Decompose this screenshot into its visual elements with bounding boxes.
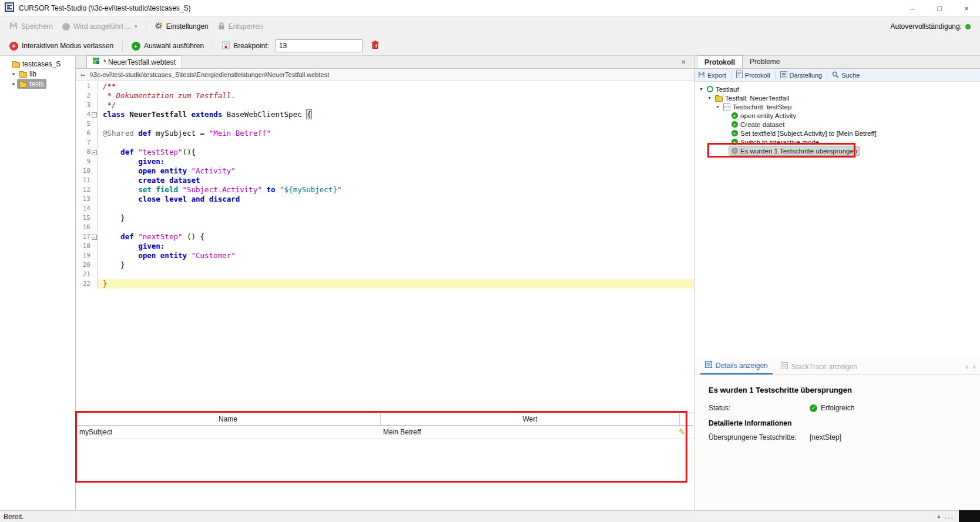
code-line[interactable]: 10 open entity "Activity" [76, 166, 694, 176]
tree-item-label: tests [29, 80, 44, 88]
edit-pencil-icon[interactable]: ✎ [679, 427, 686, 437]
settings-button[interactable]: Einstellungen [151, 20, 212, 34]
fold-gutter [90, 82, 98, 91]
code-text: def "testStep"(){ [98, 148, 694, 157]
code-editor[interactable]: 1/**2 * Dokumentation zum Testfall.3 */4… [76, 81, 694, 413]
column-header-wert[interactable]: Wert [381, 413, 680, 425]
protocol-tree-item[interactable]: ▸Create dataset [694, 120, 980, 129]
variables-table-header: Name Wert [76, 413, 694, 426]
code-text: set field "Subject.Activity" to "${mySub… [98, 185, 694, 195]
protocol-tree-item[interactable]: ▾Testlauf [694, 85, 980, 93]
protocol-tree-item[interactable]: ▸Switch to interactive mode [694, 138, 980, 146]
fold-collapse-icon[interactable]: − [92, 150, 97, 155]
tab-protokoll[interactable]: Protokoll [697, 55, 743, 68]
code-line[interactable]: 1/** [76, 82, 694, 91]
leave-interactive-mode-button[interactable]: × Interaktiven Modus verlassen [6, 40, 117, 52]
code-line[interactable]: 6@Shared def mySubject = "Mein Betreff" [76, 129, 694, 138]
code-line[interactable]: 7 [76, 138, 694, 148]
search-button[interactable]: Suche [832, 71, 860, 79]
code-text: close level and discard [98, 195, 694, 204]
tree-expander-icon[interactable]: ▸ [11, 81, 17, 86]
code-line[interactable]: 14 [76, 204, 694, 213]
details-tab-bar: Details anzeigen StackTrace anzeigen ‹ › [694, 359, 980, 375]
chevron-down-icon[interactable]: ▾ [135, 24, 137, 29]
close-icon[interactable]: × [953, 0, 980, 16]
code-line[interactable]: 8− def "testStep"(){ [76, 148, 694, 157]
tree-expander-icon[interactable]: ▾ [706, 95, 713, 101]
minimize-icon[interactable]: – [899, 0, 926, 16]
maximize-icon[interactable]: □ [926, 0, 953, 16]
code-line[interactable]: 12 set field "Subject.Activity" to "${my… [76, 185, 694, 195]
fold-gutter [90, 119, 98, 129]
running-status-button[interactable]: Wird ausgeführt ... ▾ [59, 21, 141, 32]
fold-gutter [90, 213, 98, 223]
table-row[interactable]: mySubject Mein Betreff ✎ [76, 426, 694, 439]
code-line[interactable]: 5 [76, 119, 694, 129]
code-line[interactable]: 3 */ [76, 101, 694, 110]
code-line[interactable]: 16 [76, 223, 694, 232]
run-selection-button[interactable]: ▸ Auswahl ausführen [128, 40, 207, 52]
code-text: } [98, 279, 694, 289]
file-tree-item[interactable]: testcases_S [0, 59, 75, 69]
fold-gutter [90, 166, 98, 176]
fold-gutter [90, 157, 98, 166]
tree-expander-icon[interactable]: ▸ [11, 71, 17, 76]
tab-probleme[interactable]: Probleme [743, 55, 787, 68]
overflow-dots[interactable]: ... [945, 512, 954, 520]
file-tree-item[interactable]: ▸tests [0, 79, 75, 89]
tree-item-label: Create dataset [740, 121, 784, 128]
code-line[interactable]: 22} [76, 279, 694, 289]
protocol-view-button[interactable]: Protokoll [736, 71, 770, 79]
prev-chevron-icon[interactable]: ‹ [965, 362, 968, 371]
protocol-tree-item[interactable]: ▾Testfall: NeuerTestfall [694, 93, 980, 102]
fold-gutter [90, 223, 98, 232]
code-line[interactable]: 9 given: [76, 157, 694, 166]
code-line[interactable]: 17− def "nextStep" () { [76, 232, 694, 242]
code-line[interactable]: 13 close level and discard [76, 195, 694, 204]
protocol-tree-item[interactable]: ▾</>Testschritt: testStep [694, 102, 980, 111]
autocomplete-on-icon [965, 24, 971, 29]
tree-expander-icon[interactable]: ▾ [698, 86, 704, 92]
code-text: given: [98, 157, 694, 166]
delete-breakpoint-button[interactable] [365, 39, 382, 53]
tree-expander-icon[interactable]: ▾ [714, 104, 721, 109]
unlock-button[interactable]: Entsperren [214, 20, 267, 34]
fold-gutter [90, 270, 98, 279]
link-with-editor-icon [79, 71, 86, 79]
gear-icon [155, 22, 163, 32]
line-number: 4 [76, 110, 90, 119]
play-icon: ▸ [731, 139, 738, 145]
code-text: } [98, 213, 694, 223]
next-chevron-icon[interactable]: › [973, 362, 975, 371]
breakpoint-input[interactable] [276, 39, 363, 52]
folder-icon [19, 72, 27, 78]
fold-gutter [90, 204, 98, 213]
tab-stacktrace-anzeigen[interactable]: StackTrace anzeigen [776, 362, 862, 374]
protocol-tree-item[interactable]: ▸Set textfield [Subject.Activity] to [Me… [694, 129, 980, 138]
column-header-name[interactable]: Name [76, 413, 381, 425]
search-icon [832, 71, 839, 79]
file-path-bar: \\3c-evi\test-studio\testcases_S\tests\E… [76, 69, 694, 81]
breakpoint-label: Breakpoint: [233, 42, 269, 50]
protocol-tree-item[interactable]: iEs wurden 1 Testschritte übersprungen [694, 146, 980, 155]
code-line[interactable]: 11 create dataset [76, 176, 694, 185]
code-line[interactable]: 18 given: [76, 242, 694, 251]
editor-tab[interactable]: * NeuerTestfall.webtest [86, 55, 182, 68]
code-line[interactable]: 4−class NeuerTestfall extends BaseWebCli… [76, 110, 694, 119]
code-text [98, 223, 694, 232]
save-button[interactable]: Speichern [6, 20, 56, 34]
fold-collapse-icon[interactable]: − [92, 112, 97, 118]
file-tree-item[interactable]: ▸lib [0, 69, 75, 79]
code-line[interactable]: 19 open entity "Customer" [76, 251, 694, 260]
export-button[interactable]: Export [698, 71, 726, 79]
close-editor-icon[interactable]: × [681, 58, 686, 66]
code-line[interactable]: 20 } [76, 260, 694, 270]
code-line[interactable]: 15 } [76, 213, 694, 223]
code-line[interactable]: 2 * Dokumentation zum Testfall. [76, 91, 694, 101]
protocol-tree-item[interactable]: ▸open entity Activity [694, 111, 980, 120]
code-line[interactable]: 21 [76, 270, 694, 279]
export-icon [698, 71, 705, 79]
view-options-button[interactable]: Darstellung [780, 71, 823, 79]
tab-details-anzeigen[interactable]: Details anzeigen [700, 361, 773, 374]
fold-collapse-icon[interactable]: − [92, 235, 97, 240]
